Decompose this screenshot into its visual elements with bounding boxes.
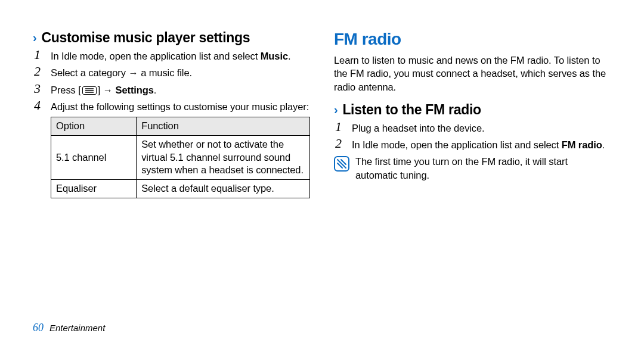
section-heading-listen: › Listen to the FM radio	[334, 102, 611, 118]
table-cell-option: 5.1 channel	[51, 135, 137, 179]
table-cell-function: Set whether or not to activate the virtu…	[137, 135, 310, 179]
options-table: Option Function 5.1 channel Set whether …	[51, 117, 310, 198]
menu-key-icon	[82, 86, 97, 95]
step-bold: FM radio	[562, 139, 602, 150]
note-text: The first time you turn on the FM radio,…	[355, 155, 611, 182]
table-row: Equaliser Select a default equaliser typ…	[51, 180, 310, 198]
intro-paragraph: Learn to listen to music and news on the…	[334, 54, 611, 94]
step-text-b: ] →	[98, 85, 116, 95]
steps-list-right: Plug a headset into the device. In Idle …	[334, 121, 611, 152]
step-text-end: .	[288, 51, 290, 61]
steps-list-left: In Idle mode, open the application list …	[33, 49, 310, 198]
page: › Customise music player settings In Idl…	[0, 0, 644, 349]
step-3: Press [] → Settings.	[33, 83, 310, 96]
table-header-option: Option	[51, 117, 137, 136]
note-icon	[334, 156, 349, 182]
page-number: 60	[33, 322, 44, 334]
step-text: In Idle mode, open the application list …	[352, 139, 562, 150]
table-header-row: Option Function	[51, 117, 310, 136]
note: The first time you turn on the FM radio,…	[334, 155, 611, 182]
section-heading-customise: › Customise music player settings	[33, 30, 310, 46]
table-cell-option: Equaliser	[51, 180, 137, 198]
heading-text: Listen to the FM radio	[342, 102, 481, 118]
page-footer: 60 Entertainment	[33, 322, 611, 334]
table-cell-function: Select a default equaliser type.	[137, 180, 310, 198]
heading-text: Customise music player settings	[41, 30, 250, 46]
step-text: Plug a headset into the device.	[352, 123, 485, 133]
step-1: Plug a headset into the device.	[334, 121, 611, 135]
table-row: 5.1 channel Set whether or not to activa…	[51, 135, 310, 179]
h1-fm-radio: FM radio	[334, 30, 611, 49]
table-header-function: Function	[137, 117, 310, 136]
step-2: In Idle mode, open the application list …	[334, 138, 611, 151]
step-text: Adjust the following settings to customi…	[51, 101, 309, 112]
step-text: In Idle mode, open the application list …	[51, 51, 261, 61]
left-column: › Customise music player settings In Idl…	[33, 30, 310, 202]
content-columns: › Customise music player settings In Idl…	[33, 30, 611, 202]
chevron-icon: ›	[33, 31, 36, 45]
step-text: Select a category → a music file.	[51, 67, 192, 78]
step-bold: Music	[261, 51, 288, 61]
step-4: Adjust the following settings to customi…	[33, 100, 310, 198]
chevron-icon: ›	[334, 103, 338, 117]
step-text: Press [	[51, 85, 81, 95]
step-bold: Settings	[116, 85, 154, 95]
step-1: In Idle mode, open the application list …	[33, 49, 310, 63]
footer-section-title: Entertainment	[49, 323, 105, 333]
step-2: Select a category → a music file.	[33, 66, 310, 79]
step-text-end: .	[154, 85, 156, 95]
right-column: FM radio Learn to listen to music and ne…	[334, 30, 611, 202]
step-text-end: .	[602, 139, 605, 150]
